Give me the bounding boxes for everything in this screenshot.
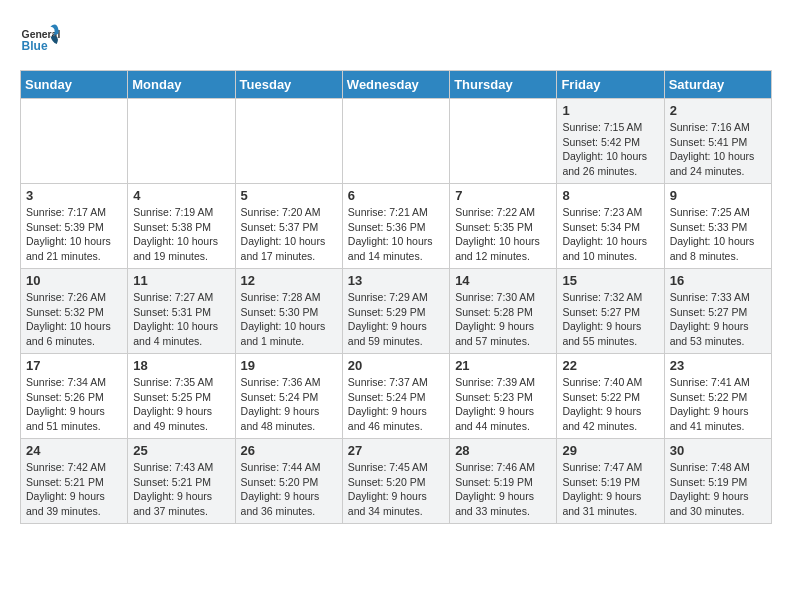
day-number: 14 [455,273,551,288]
day-number: 6 [348,188,444,203]
calendar-cell: 22Sunrise: 7:40 AMSunset: 5:22 PMDayligh… [557,354,664,439]
header-friday: Friday [557,71,664,99]
cell-content: Sunrise: 7:41 AMSunset: 5:22 PMDaylight:… [670,375,766,434]
calendar-cell: 26Sunrise: 7:44 AMSunset: 5:20 PMDayligh… [235,439,342,524]
calendar-cell: 28Sunrise: 7:46 AMSunset: 5:19 PMDayligh… [450,439,557,524]
calendar-cell: 13Sunrise: 7:29 AMSunset: 5:29 PMDayligh… [342,269,449,354]
calendar-cell: 5Sunrise: 7:20 AMSunset: 5:37 PMDaylight… [235,184,342,269]
calendar-table: SundayMondayTuesdayWednesdayThursdayFrid… [20,70,772,524]
logo: General Blue [20,20,64,60]
cell-content: Sunrise: 7:29 AMSunset: 5:29 PMDaylight:… [348,290,444,349]
day-number: 4 [133,188,229,203]
day-number: 10 [26,273,122,288]
cell-content: Sunrise: 7:46 AMSunset: 5:19 PMDaylight:… [455,460,551,519]
header-sunday: Sunday [21,71,128,99]
week-row-1: 1Sunrise: 7:15 AMSunset: 5:42 PMDaylight… [21,99,772,184]
day-number: 19 [241,358,337,373]
day-number: 24 [26,443,122,458]
calendar-cell: 10Sunrise: 7:26 AMSunset: 5:32 PMDayligh… [21,269,128,354]
calendar-cell: 25Sunrise: 7:43 AMSunset: 5:21 PMDayligh… [128,439,235,524]
cell-content: Sunrise: 7:32 AMSunset: 5:27 PMDaylight:… [562,290,658,349]
week-row-3: 10Sunrise: 7:26 AMSunset: 5:32 PMDayligh… [21,269,772,354]
calendar-cell: 23Sunrise: 7:41 AMSunset: 5:22 PMDayligh… [664,354,771,439]
day-number: 27 [348,443,444,458]
calendar-cell: 20Sunrise: 7:37 AMSunset: 5:24 PMDayligh… [342,354,449,439]
cell-content: Sunrise: 7:20 AMSunset: 5:37 PMDaylight:… [241,205,337,264]
day-number: 3 [26,188,122,203]
cell-content: Sunrise: 7:47 AMSunset: 5:19 PMDaylight:… [562,460,658,519]
cell-content: Sunrise: 7:27 AMSunset: 5:31 PMDaylight:… [133,290,229,349]
cell-content: Sunrise: 7:33 AMSunset: 5:27 PMDaylight:… [670,290,766,349]
day-number: 22 [562,358,658,373]
calendar-cell: 14Sunrise: 7:30 AMSunset: 5:28 PMDayligh… [450,269,557,354]
calendar-cell: 9Sunrise: 7:25 AMSunset: 5:33 PMDaylight… [664,184,771,269]
cell-content: Sunrise: 7:21 AMSunset: 5:36 PMDaylight:… [348,205,444,264]
day-number: 12 [241,273,337,288]
day-number: 29 [562,443,658,458]
calendar-cell: 4Sunrise: 7:19 AMSunset: 5:38 PMDaylight… [128,184,235,269]
cell-content: Sunrise: 7:36 AMSunset: 5:24 PMDaylight:… [241,375,337,434]
day-number: 18 [133,358,229,373]
calendar-cell [235,99,342,184]
day-number: 25 [133,443,229,458]
day-number: 16 [670,273,766,288]
calendar-cell: 2Sunrise: 7:16 AMSunset: 5:41 PMDaylight… [664,99,771,184]
cell-content: Sunrise: 7:17 AMSunset: 5:39 PMDaylight:… [26,205,122,264]
week-row-4: 17Sunrise: 7:34 AMSunset: 5:26 PMDayligh… [21,354,772,439]
day-number: 11 [133,273,229,288]
header-row: SundayMondayTuesdayWednesdayThursdayFrid… [21,71,772,99]
cell-content: Sunrise: 7:45 AMSunset: 5:20 PMDaylight:… [348,460,444,519]
day-number: 30 [670,443,766,458]
calendar-cell: 11Sunrise: 7:27 AMSunset: 5:31 PMDayligh… [128,269,235,354]
calendar-cell: 1Sunrise: 7:15 AMSunset: 5:42 PMDaylight… [557,99,664,184]
calendar-cell [450,99,557,184]
day-number: 1 [562,103,658,118]
week-row-5: 24Sunrise: 7:42 AMSunset: 5:21 PMDayligh… [21,439,772,524]
day-number: 5 [241,188,337,203]
cell-content: Sunrise: 7:48 AMSunset: 5:19 PMDaylight:… [670,460,766,519]
svg-text:Blue: Blue [22,39,48,53]
calendar-cell: 8Sunrise: 7:23 AMSunset: 5:34 PMDaylight… [557,184,664,269]
cell-content: Sunrise: 7:34 AMSunset: 5:26 PMDaylight:… [26,375,122,434]
day-number: 21 [455,358,551,373]
cell-content: Sunrise: 7:44 AMSunset: 5:20 PMDaylight:… [241,460,337,519]
header-saturday: Saturday [664,71,771,99]
calendar-cell: 19Sunrise: 7:36 AMSunset: 5:24 PMDayligh… [235,354,342,439]
calendar-cell: 21Sunrise: 7:39 AMSunset: 5:23 PMDayligh… [450,354,557,439]
calendar-cell: 15Sunrise: 7:32 AMSunset: 5:27 PMDayligh… [557,269,664,354]
cell-content: Sunrise: 7:39 AMSunset: 5:23 PMDaylight:… [455,375,551,434]
calendar-cell: 29Sunrise: 7:47 AMSunset: 5:19 PMDayligh… [557,439,664,524]
day-number: 13 [348,273,444,288]
day-number: 15 [562,273,658,288]
day-number: 26 [241,443,337,458]
calendar-cell: 3Sunrise: 7:17 AMSunset: 5:39 PMDaylight… [21,184,128,269]
header-tuesday: Tuesday [235,71,342,99]
week-row-2: 3Sunrise: 7:17 AMSunset: 5:39 PMDaylight… [21,184,772,269]
calendar-cell [21,99,128,184]
day-number: 8 [562,188,658,203]
header-monday: Monday [128,71,235,99]
day-number: 28 [455,443,551,458]
calendar-cell [128,99,235,184]
calendar-cell: 17Sunrise: 7:34 AMSunset: 5:26 PMDayligh… [21,354,128,439]
cell-content: Sunrise: 7:23 AMSunset: 5:34 PMDaylight:… [562,205,658,264]
cell-content: Sunrise: 7:15 AMSunset: 5:42 PMDaylight:… [562,120,658,179]
cell-content: Sunrise: 7:37 AMSunset: 5:24 PMDaylight:… [348,375,444,434]
calendar-cell: 18Sunrise: 7:35 AMSunset: 5:25 PMDayligh… [128,354,235,439]
day-number: 20 [348,358,444,373]
cell-content: Sunrise: 7:28 AMSunset: 5:30 PMDaylight:… [241,290,337,349]
cell-content: Sunrise: 7:35 AMSunset: 5:25 PMDaylight:… [133,375,229,434]
calendar-cell: 24Sunrise: 7:42 AMSunset: 5:21 PMDayligh… [21,439,128,524]
calendar-cell: 30Sunrise: 7:48 AMSunset: 5:19 PMDayligh… [664,439,771,524]
day-number: 9 [670,188,766,203]
day-number: 17 [26,358,122,373]
cell-content: Sunrise: 7:16 AMSunset: 5:41 PMDaylight:… [670,120,766,179]
header-thursday: Thursday [450,71,557,99]
cell-content: Sunrise: 7:22 AMSunset: 5:35 PMDaylight:… [455,205,551,264]
calendar-cell: 12Sunrise: 7:28 AMSunset: 5:30 PMDayligh… [235,269,342,354]
cell-content: Sunrise: 7:25 AMSunset: 5:33 PMDaylight:… [670,205,766,264]
day-number: 23 [670,358,766,373]
cell-content: Sunrise: 7:42 AMSunset: 5:21 PMDaylight:… [26,460,122,519]
cell-content: Sunrise: 7:40 AMSunset: 5:22 PMDaylight:… [562,375,658,434]
cell-content: Sunrise: 7:43 AMSunset: 5:21 PMDaylight:… [133,460,229,519]
